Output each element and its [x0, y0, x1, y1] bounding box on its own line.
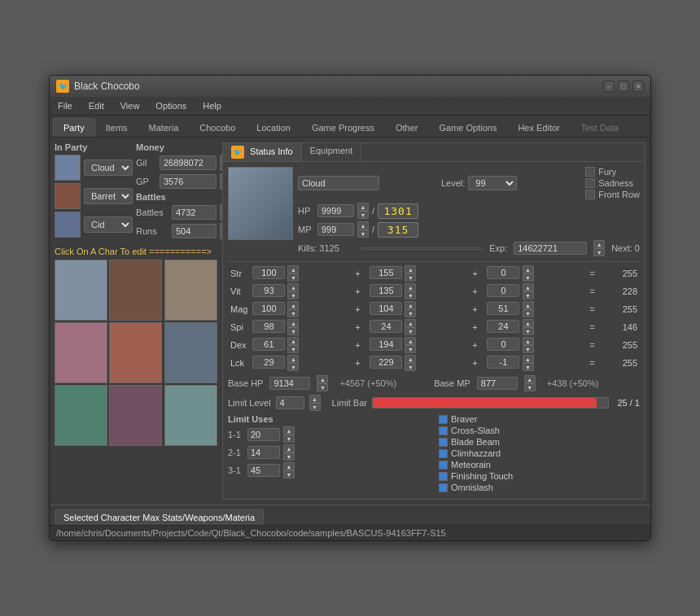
char-portrait-5[interactable] [109, 322, 162, 383]
menu-edit[interactable]: Edit [85, 99, 107, 112]
stat-bonus2-input-3[interactable] [487, 320, 519, 333]
base-hp-input[interactable] [269, 377, 310, 390]
base-hp-down[interactable]: ▼ [317, 383, 328, 391]
char-portrait-2[interactable] [109, 260, 162, 321]
tab-game-options[interactable]: Game Options [428, 118, 507, 137]
mp-up[interactable]: ▲ [357, 221, 369, 229]
stat-bonus2-input-0[interactable] [487, 266, 519, 279]
mp-down[interactable]: ▼ [357, 229, 369, 238]
stat-b1-down-3[interactable]: ▼ [405, 327, 416, 335]
stat-b1-up-2[interactable]: ▲ [405, 301, 416, 309]
stat-down-1[interactable]: ▼ [287, 291, 299, 299]
ll-down[interactable]: ▼ [309, 403, 321, 411]
limit-skill-cb-2[interactable] [439, 438, 448, 447]
stat-b2-up-0[interactable]: ▲ [523, 265, 534, 273]
frontrow-checkbox[interactable] [585, 190, 595, 199]
char-portrait-8[interactable] [109, 385, 162, 446]
stat-bonus1-input-0[interactable] [370, 266, 402, 279]
stat-base-input-4[interactable] [252, 338, 285, 351]
tab-game-progress[interactable]: Game Progress [301, 118, 385, 137]
runs-input[interactable] [172, 224, 217, 238]
party-select-cid[interactable]: Cid [84, 216, 133, 233]
stat-b2-up-5[interactable]: ▲ [523, 355, 534, 363]
stat-base-input-1[interactable] [252, 284, 285, 297]
stat-b2-down-5[interactable]: ▼ [523, 363, 534, 371]
status-tab-equipment[interactable]: Equipment [302, 143, 362, 161]
stat-up-1[interactable]: ▲ [287, 283, 299, 291]
stat-b1-up-1[interactable]: ▲ [405, 283, 416, 291]
tab-hex-editor[interactable]: Hex Editor [507, 118, 570, 137]
stat-up-5[interactable]: ▲ [287, 355, 299, 363]
limit-skill-cb-5[interactable] [439, 472, 448, 481]
stat-b2-up-3[interactable]: ▲ [523, 319, 534, 327]
stat-down-4[interactable]: ▼ [287, 345, 299, 353]
char-portrait-3[interactable] [164, 260, 217, 321]
stat-bonus2-input-1[interactable] [487, 284, 519, 297]
stat-b2-up-2[interactable]: ▲ [523, 301, 534, 309]
status-tab-info[interactable]: 🐦 Status Info [223, 143, 302, 161]
lu-1-1-input[interactable] [247, 428, 280, 441]
limit-skill-cb-1[interactable] [439, 426, 448, 435]
lu-1-1-up[interactable]: ▲ [283, 426, 295, 435]
stat-b1-down-4[interactable]: ▼ [405, 345, 416, 353]
battles-input[interactable] [172, 205, 217, 220]
stat-bonus1-input-1[interactable] [370, 284, 402, 297]
tab-party[interactable]: Party [53, 118, 95, 137]
menu-view[interactable]: View [117, 99, 143, 112]
char-portrait-6[interactable] [164, 322, 217, 383]
stat-down-5[interactable]: ▼ [287, 363, 299, 371]
char-portrait-7[interactable] [55, 385, 107, 446]
minimize-button[interactable]: − [603, 81, 615, 92]
char-portrait-4[interactable] [55, 322, 107, 383]
stat-bonus1-input-2[interactable] [370, 302, 402, 315]
tab-other[interactable]: Other [385, 118, 429, 137]
base-mp-up[interactable]: ▲ [524, 375, 536, 383]
limit-skill-cb-3[interactable] [439, 449, 448, 458]
exp-input[interactable] [514, 242, 587, 255]
stat-b2-down-3[interactable]: ▼ [523, 327, 534, 335]
stat-b2-down-0[interactable]: ▼ [523, 273, 534, 282]
stat-bonus1-input-5[interactable] [370, 356, 402, 369]
stat-b2-down-1[interactable]: ▼ [523, 291, 534, 299]
limit-skill-cb-4[interactable] [439, 461, 448, 470]
hp-up[interactable]: ▲ [357, 203, 369, 211]
sadness-checkbox[interactable] [585, 178, 595, 188]
base-hp-up[interactable]: ▲ [317, 375, 328, 383]
menu-file[interactable]: File [55, 99, 76, 112]
stat-b1-down-0[interactable]: ▼ [405, 273, 416, 282]
stat-down-3[interactable]: ▼ [287, 327, 299, 335]
base-mp-down[interactable]: ▼ [524, 383, 536, 391]
stat-b1-up-0[interactable]: ▲ [405, 265, 416, 273]
stat-b1-up-5[interactable]: ▲ [405, 355, 416, 363]
stat-b1-down-5[interactable]: ▼ [405, 363, 416, 371]
char-name-input[interactable] [298, 176, 379, 190]
stat-bonus1-input-3[interactable] [370, 320, 402, 333]
close-button[interactable]: ✕ [632, 81, 644, 92]
mp-input[interactable] [317, 223, 354, 236]
tab-chocobo[interactable]: Chocobo [189, 118, 246, 137]
base-mp-input[interactable] [477, 377, 518, 390]
limit-level-input[interactable] [276, 396, 304, 409]
lu-3-1-up[interactable]: ▲ [283, 462, 295, 470]
exp-up[interactable]: ▲ [593, 240, 605, 248]
stat-up-4[interactable]: ▲ [287, 337, 299, 345]
stat-up-2[interactable]: ▲ [287, 301, 299, 309]
level-select[interactable]: 99 [468, 176, 517, 190]
tab-items[interactable]: Items [95, 118, 138, 137]
lu-2-1-up[interactable]: ▲ [283, 444, 295, 452]
stat-base-input-3[interactable] [252, 320, 285, 333]
stat-b2-down-2[interactable]: ▼ [523, 309, 534, 317]
stat-down-0[interactable]: ▼ [287, 273, 299, 282]
char-portrait-9[interactable] [164, 385, 217, 446]
hp-input[interactable] [317, 204, 354, 217]
stat-down-2[interactable]: ▼ [287, 309, 299, 317]
stat-bonus2-input-4[interactable] [487, 338, 519, 351]
stat-bonus2-input-2[interactable] [487, 302, 519, 315]
stat-b2-up-4[interactable]: ▲ [523, 337, 534, 345]
stat-b1-up-3[interactable]: ▲ [405, 319, 416, 327]
lu-2-1-down[interactable]: ▼ [283, 452, 295, 461]
menu-options[interactable]: Options [152, 99, 190, 112]
tab-materia[interactable]: Materia [138, 118, 190, 137]
char-portrait-1[interactable] [55, 260, 107, 321]
stat-up-0[interactable]: ▲ [287, 265, 299, 273]
